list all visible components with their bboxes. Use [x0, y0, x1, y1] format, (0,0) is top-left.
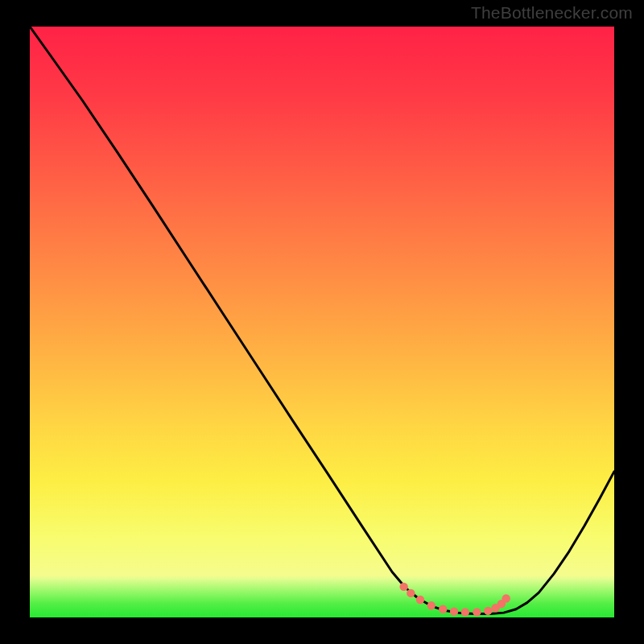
dot-point	[399, 583, 407, 591]
dot-point	[450, 607, 458, 615]
dot-point	[416, 596, 424, 604]
chart-svg	[30, 27, 614, 617]
page-root: TheBottlenecker.com	[0, 0, 644, 644]
dot-point	[473, 608, 481, 616]
chart-area	[30, 27, 614, 617]
dot-point	[407, 589, 415, 597]
dot-point	[439, 605, 447, 613]
dot-point	[461, 608, 469, 616]
attribution-text: TheBottlenecker.com	[471, 3, 633, 23]
dot-point	[484, 607, 492, 615]
dot-point	[502, 594, 510, 602]
dot-point	[427, 601, 436, 609]
chart-background	[30, 27, 614, 617]
